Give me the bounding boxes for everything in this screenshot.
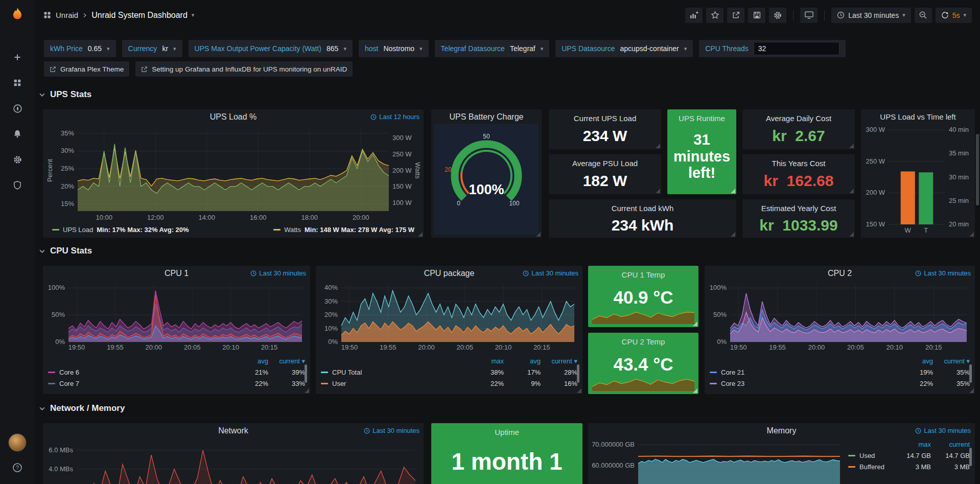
legend-scrollbar[interactable] (305, 364, 307, 383)
legend-col-avg[interactable]: avg (231, 357, 268, 365)
dashboard-settings-gear-icon[interactable] (769, 8, 786, 23)
panel-title[interactable]: Average Daily Cost (742, 114, 855, 123)
resize-handle[interactable] (693, 388, 697, 393)
panel-title[interactable]: UPS Load vs Time left (861, 112, 975, 121)
panel-title[interactable]: UPS Runtime (667, 114, 736, 123)
legend-row-used[interactable]: Used14.7 GB14.7 GB (848, 450, 970, 461)
add-panel-button[interactable] (685, 8, 703, 23)
chevron-down-icon[interactable]: ▾ (192, 12, 195, 18)
panel-title[interactable]: CPU 2 Temp (588, 337, 698, 346)
legend-row-core-21[interactable]: Core 2119%35% (710, 366, 970, 378)
admin-shield-icon[interactable] (8, 178, 27, 192)
network-chart[interactable]: 2.0 MBs4.0 MBs6.0 MBs (45, 439, 422, 484)
resize-handle[interactable] (536, 232, 541, 237)
create-plus-icon[interactable] (8, 50, 27, 64)
legend-row-core-7[interactable]: Core 722%33% (48, 378, 305, 389)
resize-handle[interactable] (849, 144, 854, 148)
time-range-badge[interactable]: Last 30 minutes (915, 427, 971, 434)
legend-scrollbar[interactable] (969, 448, 972, 466)
legend-col-max[interactable]: max (892, 441, 931, 448)
legend-row-user[interactable]: User22%9%16% (321, 378, 577, 389)
section-network-memory[interactable]: Network / Memory (39, 402, 125, 415)
legend-row-buffered[interactable]: Buffered3 MB3 MB (848, 461, 970, 472)
legend-col-avg[interactable]: avg (504, 357, 541, 365)
resize-handle[interactable] (849, 232, 854, 237)
legend-col-current[interactable]: current (931, 441, 970, 448)
legend-series[interactable]: Watts (284, 226, 301, 234)
section-ups-stats[interactable]: UPS Stats (39, 88, 91, 101)
legend-col-current[interactable]: current ▾ (268, 357, 305, 365)
grafana-logo-icon[interactable] (7, 5, 28, 26)
resize-handle[interactable] (731, 232, 735, 237)
help-icon[interactable]: ? (8, 460, 27, 475)
resize-handle[interactable] (849, 189, 854, 193)
variable-telegraf-datasource[interactable]: Telegraf Datasource Telegraf ▾ (435, 40, 550, 57)
link-grafana-influxdb-ups-guide[interactable]: Setting up Grafana and InfluxDB for UPS … (135, 61, 353, 77)
section-cpu-stats[interactable]: CPU Stats (39, 244, 92, 258)
dashboards-icon[interactable] (8, 76, 27, 90)
resize-handle[interactable] (418, 232, 423, 237)
time-range-badge[interactable]: Last 30 minutes (915, 269, 971, 277)
legend-series[interactable]: UPS Load (63, 226, 93, 234)
panel-title[interactable]: UPS Load % (43, 112, 424, 122)
explore-compass-icon[interactable] (8, 101, 27, 116)
resize-handle[interactable] (731, 189, 735, 193)
cpu-threads-input[interactable] (754, 42, 839, 55)
star-button[interactable] (706, 8, 724, 23)
page-scrollbar[interactable] (976, 134, 979, 205)
variable-host[interactable]: host Nostromo ▾ (359, 40, 429, 57)
legend-scrollbar[interactable] (577, 364, 579, 383)
resize-handle[interactable] (656, 189, 660, 193)
time-range-badge[interactable]: Last 30 minutes (250, 269, 306, 277)
variable-ups-max-output[interactable]: UPS Max Output Power Capacity (Watt) 865… (189, 40, 353, 57)
resize-handle[interactable] (305, 388, 309, 393)
legend-col-avg[interactable]: avg (896, 357, 933, 365)
time-range-badge[interactable]: Last 30 minutes (523, 269, 578, 277)
resize-handle[interactable] (969, 232, 974, 237)
resize-handle[interactable] (577, 388, 581, 393)
cycle-view-monitor-icon[interactable] (800, 8, 818, 23)
time-range-picker[interactable]: Last 30 minutes ▾ (831, 8, 911, 23)
zoom-out-button[interactable] (915, 8, 932, 23)
panel-title[interactable]: CPU 1 Temp (588, 270, 698, 279)
legend-row-core-23[interactable]: Core 2322%35% (710, 378, 970, 389)
cpu1-chart[interactable]: 0%50%100%19:5019:5520:0020:0520:1020:15 (45, 281, 308, 352)
dashboard-title[interactable]: Unraid System Dashboard (91, 11, 188, 20)
panel-title[interactable]: Average PSU Load (549, 159, 661, 168)
panel-title[interactable]: Estimated Yearly Cost (742, 204, 855, 213)
share-button[interactable] (727, 8, 744, 23)
panel-title[interactable]: Current Load kWh (549, 204, 736, 213)
cpu-package-chart[interactable]: 0%10%20%30%40%19:5019:5520:0020:0520:102… (318, 281, 580, 352)
link-grafana-plex-theme[interactable]: Grafana Plex Theme (44, 61, 129, 77)
resize-handle[interactable] (656, 144, 660, 148)
save-button[interactable] (748, 8, 765, 23)
memory-chart[interactable]: 50.000000 GB60.000000 GB70.000000 GB (590, 439, 845, 484)
configuration-gear-icon[interactable] (8, 152, 27, 167)
ups-load-chart[interactable]: 15%20%25%30%35%100 W150 W200 W250 W300 W… (45, 125, 422, 222)
cpu2-chart[interactable]: 0%50%100%19:5019:5520:0020:0520:1020:15 (707, 281, 973, 352)
time-range-badge[interactable]: Last 12 hours (370, 113, 419, 121)
alerting-bell-icon[interactable] (8, 127, 27, 141)
panel-title[interactable]: Current UPS Load (549, 114, 661, 123)
user-avatar[interactable] (9, 434, 26, 451)
clock-icon (523, 270, 529, 276)
resize-handle[interactable] (969, 388, 974, 393)
resize-handle[interactable] (693, 321, 697, 326)
variable-kwh-price[interactable]: kWh Price 0.65 ▾ (44, 40, 116, 57)
refresh-control[interactable]: 5s ▾ (936, 8, 972, 23)
panel-title[interactable]: UPS Battery Charge (431, 112, 542, 122)
variable-ups-datasource[interactable]: UPS Datasource apcupsd-container ▾ (555, 40, 693, 57)
breadcrumb-folder[interactable]: Unraid (56, 11, 78, 19)
legend-scrollbar[interactable] (969, 364, 972, 383)
legend-row-cpu-total[interactable]: CPU Total38%17%28% (321, 366, 577, 378)
panel-title[interactable]: Uptime (431, 428, 582, 436)
time-range-badge[interactable]: Last 30 minutes (364, 427, 419, 434)
legend-col-current[interactable]: current ▾ (541, 357, 577, 365)
series-swatch (321, 372, 328, 373)
ups-bar-chart[interactable]: 150 W200 W250 W300 W20 min25 min30 min35… (862, 125, 974, 235)
legend-row-core-6[interactable]: Core 621%39% (48, 366, 305, 378)
variable-currency[interactable]: Currency kr ▾ (122, 40, 182, 57)
legend-col-current[interactable]: current ▾ (933, 357, 970, 365)
panel-title[interactable]: This Years Cost (742, 159, 855, 168)
legend-col-max[interactable]: max (467, 357, 504, 365)
